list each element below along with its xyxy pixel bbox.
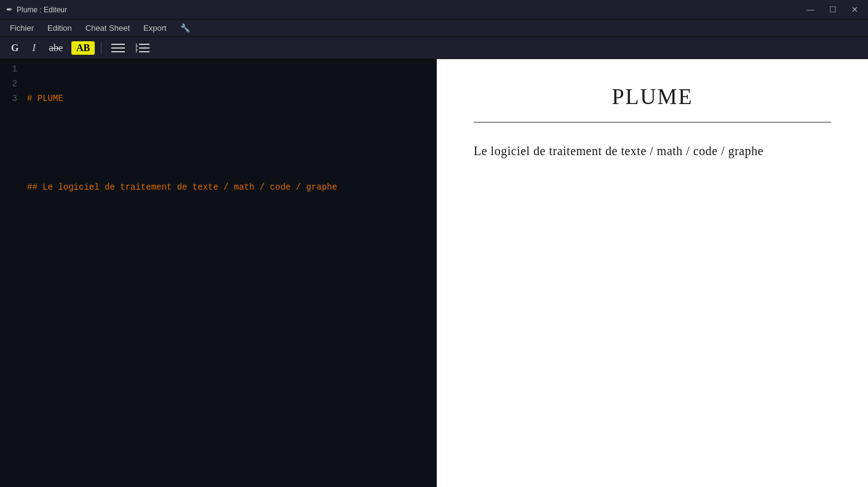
ordered-list-button[interactable] <box>132 41 153 55</box>
toolbar: G I abe AB <box>0 37 868 59</box>
list-button[interactable] <box>108 41 129 55</box>
line-3-content: ## Le logiciel de traitement de texte / … <box>27 180 337 195</box>
line-number-3: 3 <box>0 91 17 106</box>
editor-line-3: ## Le logiciel de traitement de texte / … <box>27 180 437 195</box>
ordered-list-icon <box>136 42 149 54</box>
editor-line-1: # PLUME <box>27 91 437 106</box>
maximize-button[interactable]: ☐ <box>826 4 840 15</box>
minimize-button[interactable]: — <box>803 4 818 15</box>
preview-title: PLUME <box>474 84 831 110</box>
italic-button[interactable]: I <box>27 41 40 55</box>
preview-pane: PLUME Le logiciel de traitement de texte… <box>437 59 868 487</box>
highlight-button[interactable]: AB <box>71 41 95 55</box>
menu-cheat-sheet[interactable]: Cheat Sheet <box>79 22 136 34</box>
preview-divider <box>474 122 831 123</box>
line-numbers: 1 2 3 <box>0 59 22 487</box>
menu-tools[interactable]: 🔧 <box>174 22 196 34</box>
editor-line-2 <box>27 135 437 150</box>
line-number-2: 2 <box>0 76 17 91</box>
app-icon: ✒ <box>6 5 13 14</box>
editor-pane[interactable]: 1 2 3 # PLUME ## Le logiciel de traiteme… <box>0 59 437 487</box>
preview-subtitle: Le logiciel de traitement de texte / mat… <box>474 141 831 161</box>
menu-edition[interactable]: Edition <box>41 22 78 34</box>
toolbar-separator-1 <box>101 42 102 54</box>
title-text: Plume : Editeur <box>17 6 803 14</box>
main-area: 1 2 3 # PLUME ## Le logiciel de traiteme… <box>0 59 868 487</box>
list-icon <box>111 42 125 54</box>
bold-button[interactable]: G <box>6 41 23 55</box>
line-number-1: 1 <box>0 62 17 76</box>
menu-export[interactable]: Export <box>137 22 173 34</box>
menu-fichier[interactable]: Fichier <box>4 22 40 34</box>
close-button[interactable]: ✕ <box>848 4 862 15</box>
window-controls: — ☐ ✕ <box>803 4 862 15</box>
title-bar: ✒ Plume : Editeur — ☐ ✕ <box>0 0 868 20</box>
line-1-content: # PLUME <box>27 91 63 106</box>
editor-content[interactable]: # PLUME ## Le logiciel de traitement de … <box>22 59 437 487</box>
menu-bar: Fichier Edition Cheat Sheet Export 🔧 <box>0 20 868 37</box>
strikethrough-button[interactable]: abe <box>44 41 68 55</box>
